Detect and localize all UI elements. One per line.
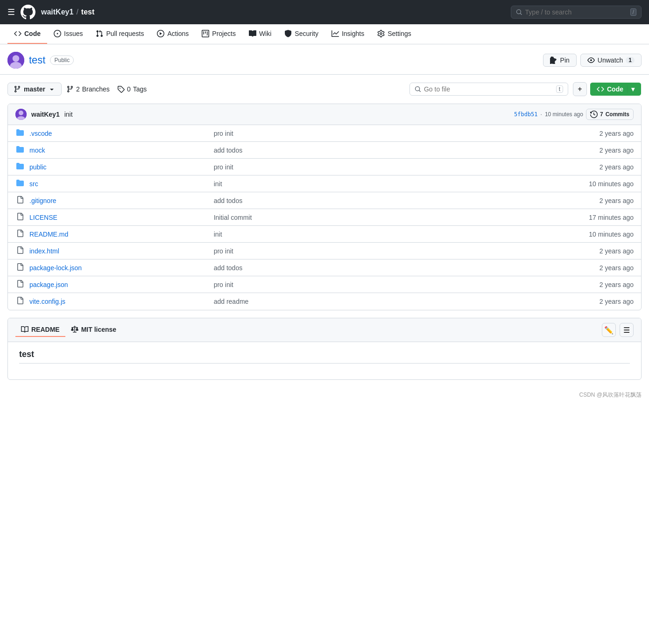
search-input[interactable]: [525, 8, 628, 16]
file-commit-message: Initial commit: [214, 214, 573, 221]
breadcrumb: waitKey1 / test: [41, 8, 94, 16]
tab-insights-label: Insights: [342, 30, 364, 37]
file-commit-message: pro init: [214, 130, 573, 137]
file-icon: [16, 280, 24, 287]
wiki-icon: [249, 30, 256, 37]
tab-code[interactable]: Code: [7, 24, 47, 44]
search-shortcut: /: [630, 8, 636, 16]
tab-pull-requests[interactable]: Pull requests: [89, 24, 150, 44]
tab-projects[interactable]: Projects: [195, 24, 242, 44]
pin-button[interactable]: Pin: [543, 54, 577, 67]
tag-icon: [117, 85, 125, 93]
file-search-input[interactable]: [424, 85, 553, 93]
file-search-bar[interactable]: t: [409, 83, 568, 96]
commit-dot: ·: [541, 111, 542, 118]
file-time: 10 minutes ago: [578, 231, 634, 238]
tags-count: 0: [127, 85, 131, 93]
commit-user-avatar: [15, 109, 27, 120]
table-row: index.html pro init 2 years ago: [8, 243, 641, 259]
commit-avatar: [15, 109, 27, 120]
watermark: CSDN @风吹落叶花飘荡: [0, 387, 649, 403]
file-icon: [16, 263, 24, 271]
commit-hash[interactable]: 5fbdb51: [514, 111, 538, 118]
projects-icon: [202, 30, 209, 37]
code-bracket-icon: [597, 85, 604, 93]
tab-security-label: Security: [295, 30, 318, 37]
file-time: 2 years ago: [578, 163, 634, 171]
file-name-link[interactable]: .gitignore: [29, 197, 209, 204]
code-button-chevron: ▾: [627, 85, 635, 93]
file-name-link[interactable]: README.md: [29, 231, 209, 238]
file-name-link[interactable]: LICENSE: [29, 214, 209, 221]
unwatch-button[interactable]: Unwatch 1: [580, 54, 642, 67]
file-time: 10 minutes ago: [578, 180, 634, 188]
file-name-link[interactable]: package.json: [29, 281, 209, 288]
readme-header: README MIT license ✏️ ☰: [8, 318, 641, 342]
table-row: package.json pro init 2 years ago: [8, 276, 641, 293]
commit-username[interactable]: waitKey1: [31, 111, 60, 118]
file-icon: [16, 246, 24, 254]
tags-label: Tags: [133, 85, 147, 93]
file-search-shortcut: t: [556, 85, 563, 93]
svg-point-1: [13, 55, 19, 62]
file-icon: [15, 246, 25, 256]
file-icon: [15, 297, 25, 306]
tab-issues-label: Issues: [64, 30, 83, 37]
branch-selector[interactable]: master: [7, 83, 62, 96]
toc-button[interactable]: ☰: [620, 323, 634, 337]
nav-search-box[interactable]: /: [511, 6, 642, 19]
file-commit-message: pro init: [214, 247, 573, 255]
code-button[interactable]: Code ▾: [590, 82, 642, 96]
tab-security[interactable]: Security: [278, 24, 325, 44]
folder-icon: [16, 146, 24, 153]
tab-issues[interactable]: Issues: [47, 24, 89, 44]
readme-tab-license[interactable]: MIT license: [65, 323, 122, 337]
file-name-link[interactable]: src: [29, 180, 209, 188]
code-icon: [14, 30, 21, 37]
readme-section: README MIT license ✏️ ☰ test: [7, 318, 642, 380]
avatar: [7, 52, 24, 69]
file-name-link[interactable]: index.html: [29, 247, 209, 255]
readme-content: test: [8, 342, 641, 379]
tab-actions[interactable]: Actions: [150, 24, 195, 44]
tab-pr-label: Pull requests: [106, 30, 144, 37]
folder-icon: [16, 162, 24, 170]
file-commit-message: init: [214, 231, 573, 238]
tab-settings[interactable]: Settings: [371, 24, 418, 44]
tab-wiki-label: Wiki: [259, 30, 271, 37]
table-row: README.md init 10 minutes ago: [8, 226, 641, 243]
file-icon: [15, 280, 25, 289]
add-file-button[interactable]: +: [573, 82, 587, 96]
branches-link[interactable]: 2 Branches: [66, 85, 110, 93]
toolbar-actions: + Code ▾: [573, 82, 642, 96]
file-name-link[interactable]: mock: [29, 147, 209, 154]
tab-insights[interactable]: Insights: [325, 24, 371, 44]
readme-tab-readme[interactable]: README: [15, 323, 65, 337]
readme-tabs: README MIT license: [15, 323, 602, 337]
file-time: 2 years ago: [578, 197, 634, 204]
file-name-link[interactable]: package-lock.json: [29, 264, 209, 272]
file-name-link[interactable]: .vscode: [29, 130, 209, 137]
file-time: 2 years ago: [578, 130, 634, 137]
owner-link[interactable]: waitKey1: [41, 8, 73, 16]
branches-count: 2: [76, 85, 80, 93]
file-time: 2 years ago: [578, 264, 634, 272]
commits-link[interactable]: 7 Commits: [586, 109, 634, 120]
repo-title[interactable]: test: [29, 54, 45, 66]
breadcrumb-slash: /: [76, 8, 78, 16]
commit-header: waitKey1 init 5fbdb51 · 10 minutes ago 7…: [8, 104, 641, 125]
folder-icon: [16, 179, 24, 187]
actions-icon: [157, 30, 164, 37]
meta-tags: 2 Branches 0 Tags: [66, 85, 147, 93]
hamburger-menu[interactable]: ☰: [7, 7, 15, 17]
tags-link[interactable]: 0 Tags: [117, 85, 147, 93]
visibility-badge: Public: [50, 56, 74, 65]
file-time: 2 years ago: [578, 298, 634, 305]
tab-wiki[interactable]: Wiki: [242, 24, 278, 44]
file-time: 2 years ago: [578, 247, 634, 255]
file-name-link[interactable]: public: [29, 163, 209, 171]
repo-actions: Pin Unwatch 1: [543, 54, 642, 67]
file-name-link[interactable]: vite.config.js: [29, 298, 209, 305]
unwatch-label: Unwatch: [598, 56, 623, 64]
edit-readme-button[interactable]: ✏️: [602, 323, 616, 337]
